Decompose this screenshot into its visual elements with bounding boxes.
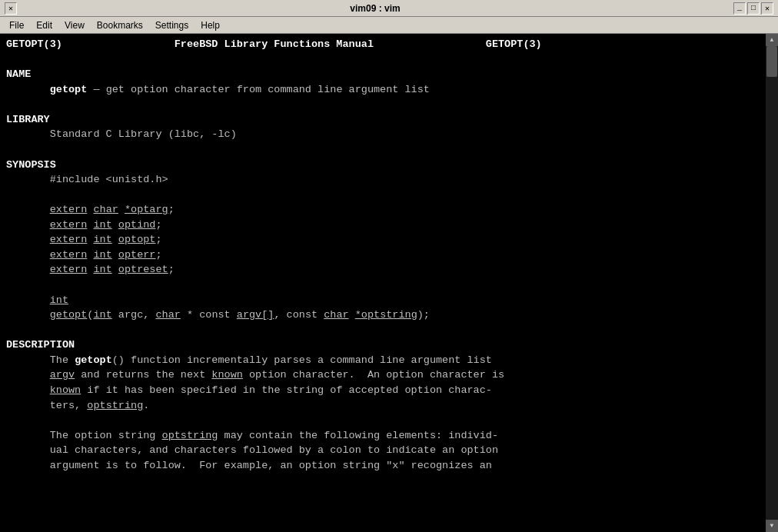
maximize-button[interactable]: □ <box>747 2 760 15</box>
menu-help[interactable]: Help <box>194 18 226 32</box>
desc-line-5: The option string optstring may contain … <box>6 428 756 444</box>
menu-bookmarks[interactable]: Bookmarks <box>91 18 149 32</box>
extern-optopt: extern int optopt; <box>6 232 756 248</box>
close-window-button[interactable]: ✕ <box>761 2 773 15</box>
editor-area[interactable]: GETOPT(3) FreeBSD Library Functions Manu… <box>0 34 778 532</box>
titlebar-left-controls: ✕ <box>5 2 17 15</box>
blank-2 <box>6 97 756 112</box>
section-synopsis: SYNOPSIS <box>6 158 756 173</box>
scrollbar-thumb[interactable] <box>766 46 777 77</box>
titlebar-right-controls: _ □ ✕ <box>733 2 773 15</box>
scroll-up-arrow[interactable]: ▲ <box>766 34 778 46</box>
blank-7 <box>6 413 756 428</box>
extern-opterr: extern int opterr; <box>6 248 756 263</box>
extern-optarg: extern char *optarg; <box>6 202 756 218</box>
vim-window: ✕ vim09 : vim _ □ ✕ File Edit View Bookm… <box>0 0 778 532</box>
library-content: Standard C Library (libc, -lc) <box>6 127 756 142</box>
int-keyword: int <box>6 293 756 308</box>
desc-line-3: known if it has been specified in the st… <box>6 383 756 398</box>
desc-line-7: argument is to follow. For example, an o… <box>6 458 756 474</box>
window-title: vim09 : vim <box>17 3 733 14</box>
desc-line-1: The getopt() function incrementally pars… <box>6 353 756 368</box>
editor-content: GETOPT(3) FreeBSD Library Functions Manu… <box>6 37 772 473</box>
blank-5 <box>6 278 756 293</box>
section-library: LIBRARY <box>6 112 756 128</box>
menubar: File Edit View Bookmarks Settings Help <box>0 17 778 34</box>
menu-file[interactable]: File <box>3 18 30 32</box>
close-button[interactable]: ✕ <box>5 2 17 15</box>
menu-edit[interactable]: Edit <box>30 18 58 32</box>
scroll-down-arrow[interactable]: ▼ <box>766 520 778 532</box>
section-description: DESCRIPTION <box>6 337 756 353</box>
scrollbar-track[interactable] <box>766 46 778 520</box>
menu-settings[interactable]: Settings <box>149 18 194 32</box>
titlebar: ✕ vim09 : vim _ □ ✕ <box>0 0 778 17</box>
getopt-signature: getopt(int argc, char * const argv[], co… <box>6 308 756 323</box>
name-content: getopt — get option character from comma… <box>6 82 756 98</box>
blank-4 <box>6 188 756 203</box>
vertical-scrollbar[interactable]: ▲ ▼ <box>766 34 778 532</box>
extern-optreset: extern int optreset; <box>6 262 756 278</box>
blank-3 <box>6 142 756 158</box>
menu-view[interactable]: View <box>58 18 91 32</box>
desc-line-6: ual characters, and characters followed … <box>6 443 756 458</box>
blank-6 <box>6 323 756 338</box>
desc-line-4: ters, optstring. <box>6 398 756 414</box>
synopsis-include: #include <unistd.h> <box>6 172 756 188</box>
minimize-button[interactable]: _ <box>733 2 746 15</box>
desc-line-2: argv and returns the next known option c… <box>6 367 756 383</box>
man-page-header: GETOPT(3) FreeBSD Library Functions Manu… <box>6 37 756 52</box>
section-name: NAME <box>6 67 756 82</box>
extern-optind: extern int optind; <box>6 218 756 233</box>
blank-1 <box>6 52 756 68</box>
